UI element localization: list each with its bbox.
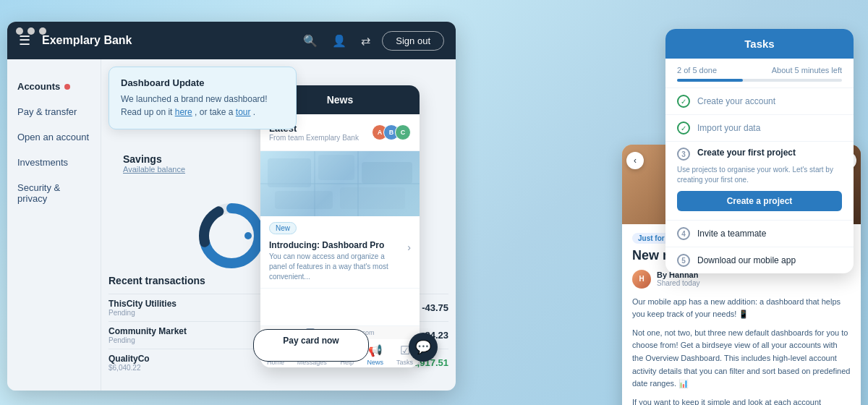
news-item[interactable]: Introducing: Dashboard Pro You can now a… [260,237,420,289]
window-dot-red [16,27,23,35]
task-label: Invite a teammate [697,229,766,239]
create-project-title: Create your first project [697,148,796,158]
news-item-content: Introducing: Dashboard Pro You can now a… [269,240,403,282]
accounts-notification-dot [64,84,70,90]
tasks-progress-fill [677,79,743,82]
task-item-4: 4 Invite a teammate [665,220,854,247]
tooltip-link-here[interactable]: here [175,107,192,117]
tx-name: ThisCity Utilities [109,299,176,309]
tasks-progress: 2 of 5 done About 5 minutes left [665,59,854,88]
tasks-panel: Tasks 2 of 5 done About 5 minutes left ✓… [665,29,854,273]
news-new-badge: New [269,222,297,234]
chevron-right-icon: › [407,242,411,253]
news-map-image [260,151,420,216]
news-icon: 📢 [368,344,383,357]
svg-rect-9 [340,187,405,209]
mobile-panel-text-3: If you want to keep it simple and look a… [632,396,851,405]
task-item-5: 5 Download our mobile app [665,247,854,273]
mobile-panel-text-2: Not one, not two, but three new default … [632,327,851,391]
bank-sidebar: Accounts Pay & transfer Open an account … [7,59,101,391]
tooltip-text: We launched a brand new dashboard! Read … [121,93,284,119]
tooltip-link-tour[interactable]: tour [236,107,251,117]
tasks-progress-info: 2 of 5 done About 5 minutes left [677,66,842,74]
create-project-desc: Use projects to organise your work. Let'… [677,165,842,185]
tx-ref: $6,040.22 [109,364,150,372]
task-item-1: ✓ Create your account [665,88,854,114]
task-check-icon: ✓ [677,122,690,135]
task-label: Import your data [697,123,760,133]
search-icon[interactable]: 🔍 [300,31,320,51]
sidebar-item-accounts[interactable]: Accounts [7,74,101,99]
tasks-header: Tasks [665,29,854,59]
avatar: C [395,124,411,140]
task-num: 5 [677,254,690,267]
tasks-done-count: 2 of 5 done [677,66,717,74]
task-item-2: ✓ Import your data [665,114,854,141]
sidebar-item-open-account[interactable]: Open an account [7,124,101,150]
news-item-desc: You can now access and organize a panel … [269,252,403,282]
author-date: Shared today [657,279,700,287]
donut-chart [195,200,268,275]
task-num: 4 [677,227,690,240]
task-num: 3 [677,148,690,161]
task-label: Download our mobile app [697,255,796,265]
bank-navbar: ☰ Exemplary Bank 🔍 👤 ⇄ Sign out [7,22,456,59]
tasks-title: Tasks [677,38,842,50]
bank-title: Exemplary Bank [42,34,292,47]
pay-card-button[interactable]: Pay card now [253,329,369,362]
sign-out-button[interactable]: Sign out [382,31,444,51]
tx-amount: -43.75 [422,302,448,313]
author-avatar: H [632,270,651,289]
mobile-panel-text-1: Our mobile app has a new addition: a das… [632,296,851,321]
sidebar-item-security-privacy[interactable]: Security & privacy [7,175,101,211]
task-3-content: Create your first project [697,148,796,161]
sidebar-label-accounts: Accounts [17,81,60,92]
chat-bubble-button[interactable]: 💬 [409,333,438,362]
tx-merchant: Community Market Pending [109,326,187,344]
user-icon[interactable]: 👤 [329,31,349,51]
news-avatars: A B C [372,124,411,140]
tx-merchant: QualityCo $6,040.22 [109,354,150,372]
window-dot-green [39,27,46,35]
sidebar-item-investments[interactable]: Investments [7,150,101,175]
tx-merchant: ThisCity Utilities Pending [109,299,176,317]
tooltip-title: Dashboard Update [121,77,284,88]
tx-name: QualityCo [109,354,150,364]
window-dot-yellow [27,27,35,35]
tasks-time-left: About 5 minutes left [772,66,842,74]
nav-tab-news[interactable]: 📢 News [367,344,384,366]
svg-rect-8 [275,191,333,209]
task-check-icon: ✓ [677,95,690,108]
bank-logo-icon: ☰ [19,33,30,48]
nav-tab-tasks-label: Tasks [396,359,413,366]
sidebar-item-pay-transfer[interactable]: Pay & transfer [7,99,101,124]
tooltip-separator: , or take a [195,107,236,117]
tx-name: Community Market [109,326,187,336]
window-controls [16,27,46,35]
tx-status: Pending [109,336,187,344]
svg-rect-6 [318,155,354,180]
svg-rect-7 [362,162,412,184]
transfer-icon[interactable]: ⇄ [358,31,373,51]
svg-point-3 [244,232,252,239]
nav-tab-news-label: News [367,359,384,366]
tx-status: Pending [109,309,176,317]
prev-arrow-button[interactable]: ‹ [626,152,644,169]
latest-source: From team Exemplary Bank [269,134,359,142]
task-label: Create your account [697,96,775,106]
tasks-progress-track [677,79,842,82]
svg-rect-5 [268,158,311,187]
create-project-button[interactable]: Create a project [677,191,842,211]
task-item-3: 3 Create your first project [677,148,842,161]
create-project-section: 3 Create your first project Use projects… [665,141,854,220]
news-item-title: Introducing: Dashboard Pro [269,240,403,250]
dashboard-update-tooltip: Dashboard Update We launched a brand new… [109,67,297,129]
tooltip-suffix: . [253,107,255,117]
